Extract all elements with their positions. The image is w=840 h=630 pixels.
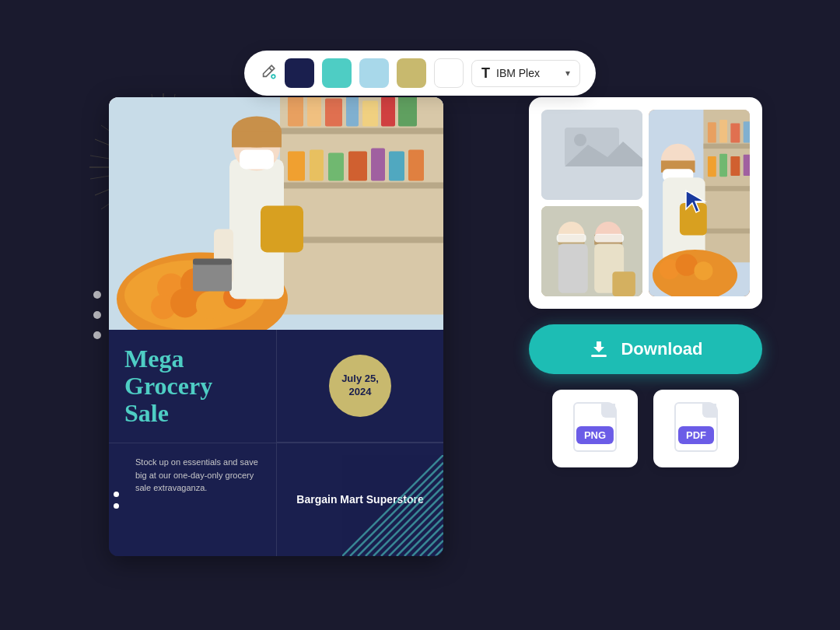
poster-container: Mega Grocery Sale July 25,2024 Stock up … [109, 97, 443, 556]
svg-marker-93 [686, 191, 705, 212]
image-cell-1[interactable] [541, 110, 642, 200]
svg-line-63 [412, 525, 443, 556]
svg-rect-75 [703, 229, 750, 234]
svg-rect-83 [744, 155, 750, 176]
image-picker-grid [541, 110, 750, 296]
bullet-dots [114, 492, 119, 509]
png-file-icon: PNG [573, 402, 617, 452]
svg-rect-24 [325, 98, 342, 126]
svg-rect-31 [328, 152, 344, 180]
poster-date: July 25,2024 [341, 373, 379, 399]
poster-title: Mega Grocery Sale [124, 345, 261, 428]
format-png-card[interactable]: PNG [552, 390, 638, 467]
poster-photo [109, 97, 443, 330]
dot-2 [93, 311, 101, 319]
svg-rect-29 [288, 151, 305, 180]
svg-rect-35 [408, 149, 424, 180]
download-icon [588, 338, 610, 360]
store-scene [109, 97, 443, 330]
image-cell-2[interactable] [649, 110, 750, 296]
pdf-file-icon: PDF [674, 402, 718, 452]
paint-bucket-icon[interactable] [260, 63, 277, 84]
diagonal-lines-decoration [342, 455, 443, 556]
font-t-icon: T [481, 65, 490, 82]
svg-rect-77 [719, 120, 727, 142]
svg-rect-34 [389, 151, 404, 180]
svg-rect-26 [362, 100, 378, 126]
dot-1 [93, 291, 101, 299]
svg-rect-99 [558, 244, 588, 293]
poster-description: Stock up on essentials and save big at o… [124, 456, 261, 495]
cursor-arrow [683, 187, 711, 219]
dot-3 [93, 331, 101, 339]
chevron-down-icon: ▾ [565, 68, 570, 79]
svg-line-62 [404, 517, 443, 556]
font-selector[interactable]: T IBM Plex ▾ [471, 60, 580, 87]
svg-rect-20 [280, 182, 443, 188]
svg-rect-76 [708, 122, 716, 142]
image-picker [529, 97, 762, 309]
svg-line-55 [350, 463, 443, 556]
svg-rect-27 [381, 97, 395, 126]
poster-desc-section: Stock up on essentials and save big at o… [109, 443, 276, 556]
svg-rect-21 [280, 236, 443, 243]
color-swatch-gold[interactable] [397, 58, 426, 88]
image-cell-3[interactable] [541, 206, 642, 296]
poster-date-section: July 25,2024 [276, 330, 443, 443]
svg-rect-82 [730, 156, 740, 176]
svg-point-42 [170, 288, 200, 317]
svg-rect-23 [307, 97, 321, 126]
poster-title-section: Mega Grocery Sale [109, 330, 276, 443]
format-pdf-card[interactable]: PDF [653, 390, 739, 467]
svg-rect-49 [232, 131, 282, 147]
svg-rect-53 [193, 258, 232, 264]
svg-rect-81 [719, 154, 727, 177]
svg-point-16 [271, 75, 275, 79]
svg-rect-30 [310, 149, 324, 180]
font-name-label: IBM Plex [496, 67, 559, 79]
poster: Mega Grocery Sale July 25,2024 Stock up … [109, 97, 443, 556]
svg-line-59 [381, 494, 443, 556]
svg-point-69 [574, 134, 586, 146]
svg-point-91 [675, 254, 697, 275]
svg-rect-73 [703, 144, 750, 149]
bullet-dot-1 [114, 492, 119, 497]
svg-rect-50 [261, 205, 303, 252]
svg-rect-104 [612, 271, 635, 296]
color-swatch-white[interactable] [434, 58, 464, 88]
svg-rect-19 [280, 128, 443, 134]
right-panel: Download PNG PDF [529, 97, 762, 467]
svg-rect-102 [594, 234, 624, 243]
svg-rect-98 [557, 234, 586, 243]
bullet-dot-2 [114, 503, 119, 509]
svg-rect-33 [371, 148, 385, 180]
date-circle: July 25,2024 [329, 355, 391, 417]
svg-point-43 [196, 291, 224, 319]
png-badge: PNG [576, 426, 614, 444]
color-swatch-navy[interactable] [285, 58, 314, 88]
main-container: T IBM Plex ▾ [47, 35, 793, 595]
left-decoration-dots [93, 291, 101, 339]
format-buttons: PNG PDF [529, 390, 762, 467]
svg-rect-80 [708, 156, 716, 177]
svg-rect-47 [240, 149, 274, 169]
svg-rect-22 [288, 97, 303, 126]
color-swatch-lightblue[interactable] [359, 58, 389, 88]
svg-point-92 [694, 261, 712, 280]
svg-rect-28 [398, 97, 417, 126]
download-button[interactable]: Download [529, 324, 762, 374]
pdf-badge: PDF [678, 426, 714, 444]
svg-rect-32 [348, 151, 367, 180]
svg-rect-105 [591, 355, 607, 357]
svg-rect-79 [744, 121, 750, 142]
svg-rect-78 [730, 123, 740, 142]
poster-content: Mega Grocery Sale July 25,2024 Stock up … [109, 330, 443, 556]
color-toolbar: T IBM Plex ▾ [244, 51, 596, 96]
download-label: Download [621, 339, 702, 359]
color-swatch-teal[interactable] [322, 58, 352, 88]
svg-rect-25 [346, 97, 359, 126]
